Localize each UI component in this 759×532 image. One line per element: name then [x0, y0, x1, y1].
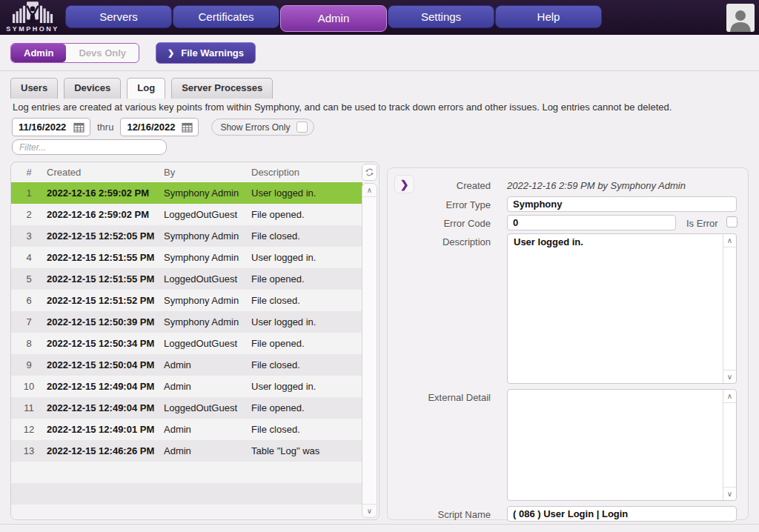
cell-num: 12 [11, 424, 47, 435]
description-scrollbar[interactable]: ∧ ∨ [723, 234, 736, 383]
log-table-header: # Created By Description [11, 162, 379, 182]
external-detail-scrollbar[interactable]: ∧ ∨ [723, 390, 736, 500]
nav-certificates[interactable]: Certificates [173, 5, 279, 28]
external-detail-textarea[interactable]: ∧ ∨ [507, 389, 737, 501]
filter-field[interactable] [12, 139, 167, 155]
cell-by: LoggedOutGuest [164, 338, 251, 349]
cell-num: 3 [11, 230, 47, 242]
error-type-row: Error Type [388, 196, 748, 212]
table-row[interactable]: 132022-12-15 12:46:26 PMAdminTable "Log"… [11, 440, 362, 462]
main-nav: Servers Certificates Admin Settings Help [65, 0, 603, 32]
table-row[interactable]: 32022-12-15 12:52:05 PMSymphony AdminFil… [11, 225, 362, 247]
error-code-input[interactable] [507, 215, 676, 230]
scroll-up-icon[interactable]: ∧ [723, 390, 736, 403]
footer-strip [0, 524, 759, 532]
error-type-label: Error Type [388, 196, 491, 212]
scroll-down-icon[interactable]: ∨ [362, 504, 377, 517]
table-scroll-column: ∧ ∨ [362, 164, 377, 518]
cell-by: Symphony Admin [164, 316, 251, 327]
cell-created: 2022-12-15 12:50:39 PM [47, 316, 164, 327]
mode-toggle-devs-only[interactable]: Devs Only [66, 44, 139, 62]
header-by[interactable]: By [164, 167, 251, 178]
refresh-icon [365, 167, 374, 177]
cell-created: 2022-12-15 12:51:55 PM [47, 273, 164, 285]
refresh-button[interactable] [362, 164, 377, 181]
table-row[interactable]: 92022-12-15 12:50:04 PMAdminFile closed. [11, 354, 362, 376]
date-from-field[interactable] [12, 118, 90, 136]
header-created[interactable]: Created [47, 167, 164, 178]
table-row[interactable]: 122022-12-15 12:49:01 PMAdminFile closed… [11, 419, 362, 440]
scroll-down-icon[interactable]: ∨ [723, 487, 736, 500]
scroll-up-icon[interactable]: ∧ [723, 234, 736, 247]
cell-num: 10 [11, 381, 47, 392]
table-row[interactable]: 82022-12-15 12:50:34 PMLoggedOutGuestFil… [11, 333, 362, 354]
table-row[interactable]: 112022-12-15 12:49:04 PMLoggedOutGuestFi… [11, 397, 362, 419]
cell-description: File opened. [251, 402, 362, 413]
is-error-label: Is Error [686, 218, 718, 230]
date-to-input[interactable] [127, 122, 182, 133]
table-row[interactable]: 72022-12-15 12:50:39 PMSymphony AdminUse… [11, 311, 362, 333]
description-textarea[interactable]: User logged in. ∧ ∨ [507, 233, 737, 384]
date-to-field[interactable] [120, 118, 199, 136]
is-error-checkbox[interactable] [726, 216, 738, 227]
table-row[interactable]: 52022-12-15 12:51:55 PMLoggedOutGuestFil… [11, 268, 362, 290]
cell-created: 2022-12-15 12:49:04 PM [47, 381, 164, 392]
date-filter-row: thru Show Errors Only [12, 118, 314, 136]
cell-num: 2 [11, 209, 47, 220]
cell-by: LoggedOutGuest [164, 209, 251, 220]
script-name-input[interactable] [507, 506, 737, 522]
cell-by: Symphony Admin [164, 252, 251, 263]
header-description[interactable]: Description [251, 167, 379, 178]
header-num[interactable]: # [11, 167, 47, 178]
error-type-input[interactable] [507, 196, 737, 212]
table-row[interactable] [11, 505, 362, 520]
table-row[interactable] [11, 483, 362, 505]
script-name-label: Script Name [388, 506, 491, 522]
cell-description: User logged in. [251, 187, 362, 199]
cell-num: 6 [11, 295, 47, 306]
description-row: Description User logged in. ∧ ∨ [388, 233, 748, 384]
table-row[interactable]: 102022-12-15 12:49:04 PMAdminUser logged… [11, 376, 362, 397]
filter-input[interactable] [19, 142, 159, 153]
date-from-input[interactable] [19, 122, 73, 133]
section-tabs: Users Devices Log Server Processes [10, 78, 273, 99]
scroll-up-icon[interactable]: ∧ [362, 184, 377, 197]
tab-devices[interactable]: Devices [64, 78, 121, 99]
mode-toggle-admin[interactable]: Admin [11, 44, 66, 62]
tab-users[interactable]: Users [10, 78, 58, 99]
scroll-down-icon[interactable]: ∨ [723, 370, 736, 383]
cell-num: 9 [11, 359, 47, 370]
cell-num: 5 [11, 273, 47, 285]
show-errors-only-checkbox[interactable] [296, 122, 308, 133]
nav-admin[interactable]: Admin [280, 5, 387, 32]
table-row[interactable]: 62022-12-15 12:51:52 PMSymphony AdminFil… [11, 290, 362, 311]
nav-settings[interactable]: Settings [388, 5, 494, 28]
external-detail-text [508, 390, 736, 394]
nav-servers[interactable]: Servers [65, 5, 172, 28]
cell-description: User logged in. [251, 381, 362, 392]
cell-created: 2022-12-16 2:59:02 PM [47, 187, 164, 199]
file-warnings-label: File Warnings [181, 47, 244, 59]
tab-server-processes[interactable]: Server Processes [171, 78, 273, 99]
calendar-icon[interactable] [182, 122, 193, 133]
description-text: User logged in. [508, 234, 736, 250]
table-row[interactable]: 22022-12-16 2:59:02 PMLoggedOutGuestFile… [11, 204, 362, 225]
cell-created: 2022-12-15 12:46:26 PM [47, 445, 164, 456]
table-scrollbar[interactable]: ∧ ∨ [362, 183, 377, 518]
table-row[interactable]: 12022-12-16 2:59:02 PMSymphony AdminUser… [11, 182, 362, 204]
file-warnings-button[interactable]: ❯ File Warnings [156, 42, 256, 64]
user-avatar-icon[interactable] [726, 4, 755, 32]
thru-label: thru [97, 122, 113, 133]
cell-by: LoggedOutGuest [164, 273, 251, 285]
mode-toggle: Admin Devs Only [10, 43, 139, 63]
table-row[interactable]: 42022-12-15 12:51:55 PMSymphony AdminUse… [11, 247, 362, 268]
expand-panel-button[interactable]: ❯ [394, 175, 414, 193]
tab-log[interactable]: Log [127, 78, 165, 99]
table-row[interactable] [11, 462, 362, 483]
cell-by: LoggedOutGuest [164, 402, 251, 413]
cell-by: Symphony Admin [164, 187, 251, 199]
calendar-icon[interactable] [73, 122, 84, 133]
nav-help[interactable]: Help [495, 5, 602, 28]
cell-created: 2022-12-15 12:49:04 PM [47, 402, 164, 413]
script-name-row: Script Name [388, 506, 748, 522]
